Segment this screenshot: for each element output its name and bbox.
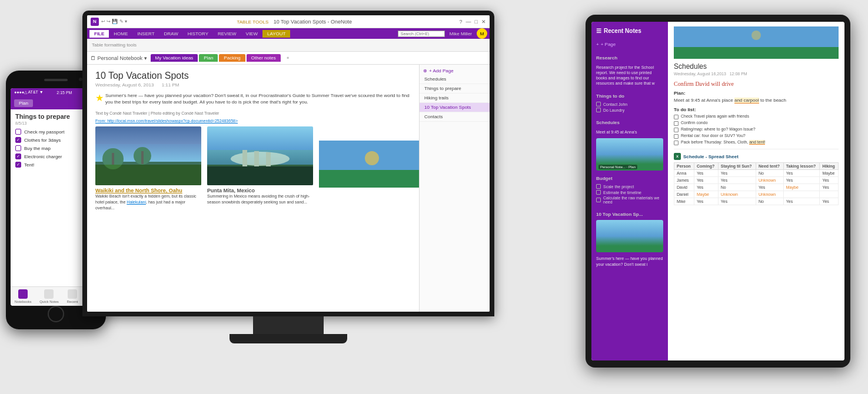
highlight-tent: and tent!	[749, 140, 765, 145]
phone-toolbar-notebooks[interactable]: Notebooks	[15, 289, 32, 303]
cell-staying: Yes	[718, 177, 756, 184]
cell-tent: No	[756, 170, 783, 177]
page-hiking-trails[interactable]: Hiking trails	[420, 94, 490, 103]
tablet-research-item[interactable]: Research project for the School report. …	[591, 62, 668, 88]
minimize-button[interactable]: —	[466, 19, 471, 25]
phone-toolbar-recent[interactable]: Recent	[66, 289, 78, 303]
window-buttons: ? — □ ✕	[460, 19, 486, 25]
ribbon-controls: Table formatting tools	[87, 39, 490, 52]
note-body: Summer's here — have you planned your va…	[105, 92, 411, 105]
tablet-schedules-item[interactable]: Meet at 9:45 at Anna's	[591, 127, 668, 137]
vacation-thumbnail-image	[596, 220, 663, 252]
checkbox[interactable]	[596, 108, 601, 112]
hamburger-icon[interactable]: ☰	[596, 28, 601, 34]
tablet-section-vacation: 10 Top Vacation Sp...	[591, 210, 668, 219]
table-row: Daniel Maybe Unknown Unknown	[674, 191, 839, 198]
tab-history[interactable]: HISTORY	[183, 30, 213, 38]
page-schedules[interactable]: Schedules	[420, 75, 490, 84]
tab-add[interactable]: +	[282, 54, 294, 62]
tablet-budget-checklist: Scale the project Estimate the timeline …	[591, 183, 668, 206]
note-date: Wednesday, August 6, 2013 1:11 PM	[95, 82, 411, 88]
check-label: Electronic charger	[24, 154, 62, 159]
col-header-staying: Staying til Sun?	[718, 163, 756, 170]
waikiki-image	[95, 126, 201, 185]
punta-image	[207, 126, 313, 185]
cell-lesson: Yes	[783, 198, 820, 205]
close-button[interactable]: ✕	[481, 19, 486, 25]
check-label: Estimate the timeline	[603, 191, 641, 195]
avatar: M	[477, 28, 487, 39]
phone-tab[interactable]: Plan	[14, 99, 33, 107]
cell-lesson: Maybe	[783, 184, 820, 191]
table-row: James Yes Yes Unknown Yes Yes	[674, 177, 839, 184]
cell-coming: Yes	[694, 170, 718, 177]
tab-draw[interactable]: DRAW	[159, 30, 183, 38]
checkbox[interactable]	[15, 153, 21, 159]
add-page-label: + Add Page	[429, 68, 454, 74]
tab-plan[interactable]: Plan	[199, 54, 218, 62]
tablet-header: ☰ Recent Notes	[591, 25, 668, 36]
tab-other-notes[interactable]: Other notes	[247, 54, 281, 62]
cell-hiking	[820, 191, 839, 198]
checkbox[interactable]	[15, 145, 21, 151]
svg-rect-16	[674, 47, 839, 59]
highlight-carpool: and carpool	[734, 98, 759, 103]
list-item: Rental car: four door or SUV? You?	[674, 133, 839, 139]
tablet-add-page[interactable]: + + Page	[591, 40, 668, 49]
note-link[interactable]: From: http://local.msn.com/travel/slides…	[95, 119, 411, 123]
checkbox[interactable]	[674, 121, 679, 126]
tablet-section-research: Research	[591, 54, 668, 62]
checkbox[interactable]	[674, 128, 679, 132]
checkbox[interactable]	[596, 190, 601, 195]
tablet-vacation-thumbnail	[596, 220, 663, 252]
search-input[interactable]	[398, 31, 445, 37]
tab-file[interactable]: FILE	[89, 30, 109, 38]
tablet-note-image	[674, 26, 839, 59]
checkbox[interactable]	[596, 184, 601, 189]
tablet-screen: ☰ Recent Notes + + Page Research Researc…	[591, 22, 844, 360]
cell-staying: Yes	[718, 198, 756, 205]
checkbox[interactable]	[674, 141, 679, 145]
cell-coming: Yes	[694, 177, 718, 184]
tablet-main-content: Schedules Wednesday, August 16,2013 12:0…	[668, 22, 844, 360]
maximize-button[interactable]: □	[475, 19, 478, 25]
todo-label: Pack before Thursday: Shoes, Cloth, and …	[681, 140, 765, 144]
tab-review[interactable]: REVIEW	[213, 30, 241, 38]
tab-vacation-ideas[interactable]: My Vacation ideas	[151, 54, 198, 62]
list-item: Scale the project	[596, 184, 663, 189]
thumbnail-label: Personal Note... · Plan	[598, 165, 637, 169]
checkbox[interactable]	[15, 162, 21, 168]
todo-label: Rental car: four door or SUV? You?	[681, 133, 746, 138]
svg-point-14	[365, 151, 379, 165]
page-things-to-prepare[interactable]: Things to prepare	[420, 84, 490, 94]
check-label: Scale the project	[603, 185, 634, 189]
ribbon-placeholder: Table formatting tools	[92, 42, 137, 48]
user-name: Mike Miller	[450, 31, 472, 36]
phone-toolbar-quicknotes[interactable]: Quick Notes	[39, 289, 59, 303]
tab-packing[interactable]: Packing	[219, 54, 245, 62]
phone-home-button[interactable]	[48, 306, 64, 322]
checkbox[interactable]	[596, 198, 601, 202]
page-10-vacation-spots[interactable]: 10 Top Vacation Spots	[420, 103, 490, 112]
tab-layout[interactable]: LAYOUT	[262, 30, 290, 38]
checkbox[interactable]	[15, 137, 21, 143]
checkbox[interactable]	[15, 129, 21, 135]
help-button[interactable]: ?	[460, 19, 463, 25]
tab-insert[interactable]: INSERT	[132, 30, 159, 38]
list-item: Contact John	[596, 102, 663, 106]
waikiki-caption: Waikiki and the North Shore, Oahu	[95, 188, 201, 193]
checkbox[interactable]	[596, 102, 601, 106]
checkbox[interactable]	[674, 134, 679, 139]
add-page-button[interactable]: ⊕ + Add Page	[420, 67, 490, 75]
tablet-vacation-text[interactable]: Summer's here — have you planned your va…	[591, 253, 668, 269]
phone-speaker	[44, 79, 68, 81]
page-contacts[interactable]: Contacts	[420, 112, 490, 122]
tab-home[interactable]: HOME	[109, 30, 132, 38]
tablet-note-title: Schedules	[674, 62, 839, 71]
checkbox[interactable]	[674, 115, 679, 119]
page-panel: ⊕ + Add Page Schedules Things to prepare…	[419, 65, 490, 312]
svg-rect-13	[319, 170, 419, 188]
note-title: 10 Top Vacation Spots	[95, 71, 411, 81]
cell-lesson: Yes	[783, 177, 820, 184]
tab-view[interactable]: VIEW	[241, 30, 262, 38]
